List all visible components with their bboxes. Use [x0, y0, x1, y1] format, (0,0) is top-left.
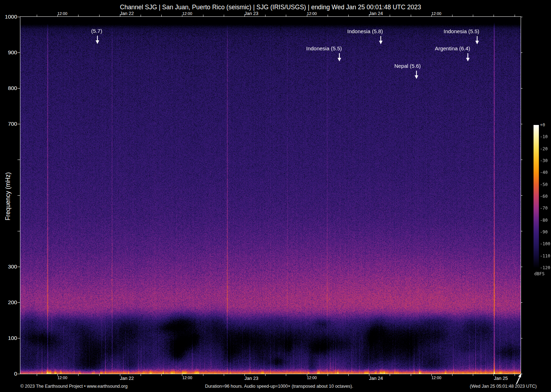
event-arrow-icon [378, 36, 383, 45]
event-arrow-icon [95, 36, 100, 44]
time-tick [161, 15, 162, 17]
event-annotation: Indonesia (5.5) [306, 45, 342, 51]
freq-label: 700 [0, 121, 17, 127]
freq-tick [17, 52, 20, 53]
freq-tick [17, 302, 20, 303]
time-label: Jan 22 [120, 11, 134, 16]
freq-tick [521, 231, 522, 231]
event-annotation: (5.7) [91, 28, 102, 34]
plot-area [20, 16, 521, 374]
time-tick [286, 374, 286, 376]
colorbar-label: -30 [540, 158, 548, 163]
time-tick [37, 15, 37, 17]
time-tick [348, 15, 349, 17]
time-tick [224, 15, 224, 17]
time-tick [78, 374, 79, 376]
colorbar-label: -100 [540, 241, 550, 246]
freq-label: 1000 [0, 14, 17, 20]
time-tick [473, 374, 473, 376]
time-label: Jan 24 [369, 11, 383, 16]
colorbar-label: -120 [540, 265, 550, 270]
freq-tick [17, 267, 20, 267]
time-tick [452, 15, 453, 17]
freq-tick [17, 231, 20, 231]
time-tick [99, 374, 100, 376]
time-tick [265, 374, 266, 376]
freq-label: 800 [0, 85, 17, 91]
colorbar-label: -40 [540, 170, 548, 175]
time-label: 12:00 [307, 376, 317, 380]
freq-tick [521, 160, 522, 160]
time-tick [141, 374, 141, 376]
event-arrow-icon [475, 36, 480, 45]
event-arrow-icon [465, 53, 470, 62]
freq-label: 200 [0, 299, 17, 306]
freq-tick [521, 338, 522, 338]
freq-tick [521, 52, 522, 53]
freq-tick [17, 124, 20, 124]
time-label: 12:00 [182, 376, 192, 380]
time-tick [411, 374, 411, 376]
time-tick [328, 15, 328, 17]
time-tick [141, 15, 141, 17]
freq-tick [17, 374, 20, 374]
time-label: 12:00 [431, 11, 441, 16]
time-tick [203, 374, 203, 376]
freq-tick [17, 88, 20, 89]
freq-tick [17, 160, 20, 160]
event-annotation: Nepal (5.6) [394, 63, 421, 69]
time-tick [37, 374, 37, 376]
colorbar-label: -90 [540, 230, 548, 235]
event-annotation: Indonesia (5.8) [347, 28, 383, 34]
freq-tick [17, 338, 20, 338]
event-annotation: Argentina (6.4) [435, 45, 470, 51]
time-tick [494, 15, 494, 17]
time-tick [99, 15, 100, 17]
colorbar-label: -20 [540, 146, 548, 151]
colorbar-label: -70 [540, 206, 548, 211]
event-arrow-icon [337, 53, 342, 62]
time-tick [286, 15, 286, 17]
colorbar-label: -60 [540, 194, 548, 199]
figure-title: Channel SJG | San Juan, Puerto Rico (sei… [120, 4, 421, 11]
spectrogram-canvas[interactable] [20, 17, 521, 374]
freq-label: 900 [0, 49, 17, 56]
colorbar-label: -50 [540, 182, 548, 187]
time-tick [473, 15, 473, 17]
time-label: Jan 25 [494, 376, 508, 381]
footer-duration: Duration=96 hours. Audio speed-up=1000× … [205, 384, 353, 389]
freq-tick [521, 195, 522, 196]
time-tick [411, 15, 411, 17]
freq-tick [521, 267, 522, 267]
time-label: 12:00 [57, 11, 67, 16]
time-tick [390, 374, 390, 376]
time-tick [390, 15, 390, 17]
time-label: 12:00 [431, 376, 441, 380]
time-label: Jan 23 [244, 11, 258, 16]
time-label: Jan 23 [244, 376, 258, 381]
spectrogram-figure: Channel SJG | San Juan, Puerto Rico (sei… [0, 0, 551, 392]
colorbar-label: +0 [540, 122, 545, 127]
freq-tick [521, 17, 522, 17]
time-label: 12:00 [307, 11, 317, 16]
event-arrow-icon [414, 71, 419, 79]
colorbar-unit-label: dBFS [534, 271, 545, 276]
freq-tick [521, 88, 522, 89]
time-tick [452, 374, 453, 376]
time-tick [224, 374, 224, 376]
time-label: Jan 22 [120, 376, 134, 381]
time-tick [348, 374, 349, 376]
time-label: 12:00 [182, 11, 192, 16]
time-tick [161, 374, 162, 376]
y-axis-title: Frequency (mHz) [4, 172, 12, 220]
time-tick [78, 15, 79, 17]
colorbar [534, 125, 539, 268]
footer-copyright: © 2023 The Earthsound Project • www.eart… [20, 384, 127, 389]
freq-tick [17, 195, 20, 196]
freq-label: 300 [0, 263, 17, 270]
time-tick [265, 15, 266, 17]
event-annotation: Indonesia (5.5) [444, 28, 479, 34]
freq-label: 100 [0, 335, 17, 341]
colorbar-label: -10 [540, 134, 548, 139]
time-label: 12:00 [57, 376, 67, 380]
